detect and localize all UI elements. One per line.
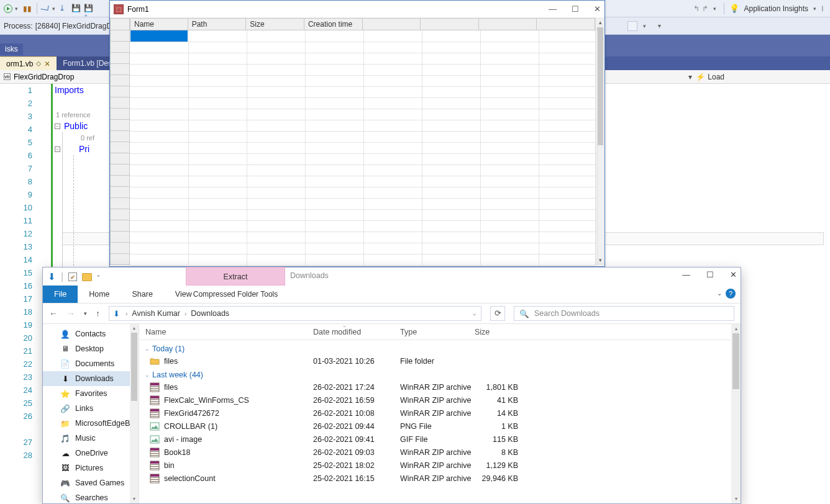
column-date[interactable]: Date modified <box>307 328 394 336</box>
grid-row-header[interactable] <box>110 254 130 265</box>
grid-row-header[interactable] <box>110 53 130 64</box>
sidebar-item-saved-games[interactable]: 🎮Saved Games <box>43 475 139 490</box>
chevron-right-icon[interactable]: › <box>124 310 129 317</box>
breadcrumb-item[interactable]: Downloads <box>188 309 232 318</box>
grid-corner[interactable] <box>110 18 130 30</box>
save-icon[interactable]: 💾 <box>71 4 81 14</box>
overflow-icon[interactable]: ▾ <box>658 22 661 29</box>
grid-column-header[interactable]: Creation time <box>304 18 363 30</box>
forward-icon[interactable]: → <box>66 308 75 318</box>
file-row[interactable]: avi - image26-02-2021 09:41GIF File115 K… <box>139 433 731 446</box>
step-into-icon[interactable]: ⤓ <box>59 4 69 14</box>
sidebar-item-desktop[interactable]: 🖥Desktop <box>43 341 139 356</box>
search-input[interactable]: 🔍 Search Downloads <box>514 306 734 321</box>
sidebar-scrollbar[interactable]: ▴ ▾ <box>130 324 139 503</box>
sidebar-item-microsoftedgeba[interactable]: 📁MicrosoftEdgeBa <box>43 416 139 431</box>
outline-toggle[interactable]: − <box>55 124 60 129</box>
dropdown-icon[interactable]: ▾ <box>713 6 716 12</box>
pause-icon[interactable]: ▮▮ <box>23 4 32 13</box>
dropdown-icon[interactable]: ▾ <box>15 6 18 12</box>
close-icon[interactable]: ✕ <box>594 4 601 14</box>
ribbon-tab-share[interactable]: Share <box>121 286 164 303</box>
dropdown-icon[interactable]: ▾ <box>643 23 646 29</box>
content-scrollbar[interactable]: ▴ ▾ <box>731 324 741 503</box>
grid-row-header[interactable] <box>110 176 130 187</box>
grid-row-header[interactable] <box>110 198 130 209</box>
grid-column-header[interactable]: Path <box>188 18 247 30</box>
event-picker[interactable]: ⚡ Load <box>696 73 724 81</box>
continue-button[interactable] <box>4 4 12 13</box>
sidebar-item-downloads[interactable]: ⬇Downloads <box>43 371 139 386</box>
maximize-icon[interactable]: ☐ <box>572 4 579 14</box>
grid-row-header[interactable] <box>110 243 130 254</box>
scroll-up-icon[interactable]: ▴ <box>130 324 139 333</box>
sidebar-item-contacts[interactable]: 👤Contacts <box>43 326 139 341</box>
grid-row-header[interactable] <box>110 187 130 198</box>
file-row[interactable]: FlexGrid47267226-02-2021 10:08WinRAR ZIP… <box>139 407 731 420</box>
sidebar-item-documents[interactable]: 📄Documents <box>43 356 139 371</box>
grid-column-header[interactable]: Size <box>246 18 304 30</box>
group-header[interactable]: ⌵Last week (44) <box>139 367 731 380</box>
grid-row-header[interactable] <box>110 120 130 131</box>
grid-row-header[interactable] <box>110 164 130 176</box>
window-titlebar[interactable]: ⬚ Form1 — ☐ ✕ <box>110 1 604 18</box>
grid-row-header[interactable] <box>110 86 130 97</box>
flexgrid[interactable]: NamePathSizeCreation time ▴ ▾ <box>110 18 604 265</box>
address-bar[interactable]: ⬇ › Avnish Kumar › Downloads ⌵ <box>109 306 481 321</box>
grid-column-header[interactable] <box>537 18 595 30</box>
sidebar-item-favorites[interactable]: ⭐Favorites <box>43 386 139 401</box>
file-row[interactable]: Book1826-02-2021 09:03WinRAR ZIP archive… <box>139 446 731 459</box>
grid-column-header[interactable]: Name <box>130 18 188 30</box>
dropdown-icon[interactable]: ▾ <box>813 6 816 12</box>
scroll-thumb[interactable] <box>597 27 603 145</box>
step-out-icon[interactable]: ↰ <box>693 4 700 13</box>
back-icon[interactable]: ← <box>49 308 58 318</box>
file-row[interactable]: selectionCount25-02-2021 16:15WinRAR ZIP… <box>139 472 731 485</box>
address-dropdown-icon[interactable]: ⌵ <box>468 310 481 317</box>
dropdown-icon[interactable]: ▾ <box>687 73 693 81</box>
step-icon[interactable]: ↱ <box>702 4 708 13</box>
column-type[interactable]: Type <box>394 328 468 336</box>
dropdown-icon[interactable]: ▾ <box>52 6 55 12</box>
file-row[interactable]: files26-02-2021 17:24WinRAR ZIP archive1… <box>139 380 731 394</box>
close-icon[interactable]: ✕ <box>730 270 737 279</box>
close-icon[interactable]: ✕ <box>44 57 50 71</box>
extract-tab[interactable]: Extract <box>186 267 285 286</box>
grid-row-header[interactable] <box>110 64 130 75</box>
sidebar-item-onedrive[interactable]: ☁OneDrive <box>43 446 139 461</box>
grid-row-header[interactable] <box>110 42 130 53</box>
qat-dropdown-icon[interactable]: ⁼ <box>97 274 100 280</box>
properties-icon[interactable]: ✔ <box>68 272 77 281</box>
save-all-icon[interactable]: 💾⁺ <box>84 4 94 14</box>
file-row[interactable]: CROLLBAR (1)26-02-2021 09:44PNG File1 KB <box>139 420 731 433</box>
file-row[interactable]: files01-03-2021 10:26File folder <box>139 354 731 367</box>
pin-icon[interactable] <box>36 61 41 66</box>
scroll-down-icon[interactable]: ▾ <box>731 494 741 503</box>
column-name[interactable]: Name <box>139 328 307 336</box>
sidebar-item-music[interactable]: 🎵Music <box>43 431 139 446</box>
grid-row-header[interactable] <box>110 131 130 142</box>
file-row[interactable]: FlexCalc_WinForms_CS26-02-2021 16:59WinR… <box>139 394 731 407</box>
grid-row-header[interactable] <box>110 109 130 120</box>
scroll-down-icon[interactable]: ▾ <box>130 495 139 503</box>
sidebar-item-searches[interactable]: 🔍Searches <box>43 490 139 503</box>
grid-row-header[interactable] <box>110 209 130 220</box>
refresh-icon[interactable]: ⟳ <box>490 306 505 321</box>
grid-row-header[interactable] <box>110 220 130 232</box>
tab-form1-vb[interactable]: orm1.vb ✕ <box>0 56 57 70</box>
chevron-right-icon[interactable]: › <box>183 310 188 317</box>
step-over-icon[interactable] <box>40 4 48 11</box>
tasks-tab[interactable]: isks <box>0 43 23 55</box>
ribbon-tab-file[interactable]: File <box>43 286 78 303</box>
scroll-thumb[interactable] <box>732 333 739 389</box>
scroll-up-icon[interactable]: ▴ <box>596 18 604 27</box>
minimize-icon[interactable]: — <box>682 270 690 279</box>
recent-dropdown-icon[interactable]: ▾ <box>84 310 87 317</box>
up-icon[interactable]: ↑ <box>96 308 100 318</box>
breadcrumb-item[interactable]: Avnish Kumar <box>129 309 183 318</box>
scroll-thumb[interactable] <box>131 333 137 401</box>
grid-column-header[interactable] <box>363 18 421 30</box>
grid-row-header[interactable] <box>110 153 130 164</box>
grid-column-header[interactable] <box>421 18 479 30</box>
ribbon-tab-home[interactable]: Home <box>78 286 121 303</box>
